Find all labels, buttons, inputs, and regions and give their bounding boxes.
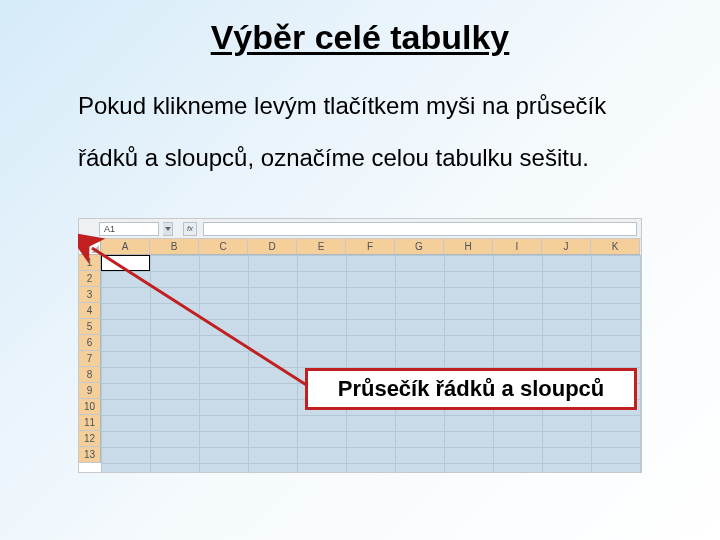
excel-screenshot: A1 fx ABCDEFGHIJK 12345678910111213: [78, 218, 642, 473]
row-header[interactable]: 13: [79, 447, 101, 463]
column-header[interactable]: A: [101, 239, 150, 255]
column-headers: ABCDEFGHIJK: [101, 239, 642, 255]
row-header[interactable]: 1: [79, 255, 101, 271]
formula-input[interactable]: [203, 222, 637, 236]
paragraph-line-2: řádků a sloupců, označíme celou tabulku …: [78, 142, 660, 174]
row-header[interactable]: 11: [79, 415, 101, 431]
name-box-dropdown-icon[interactable]: [163, 222, 173, 236]
column-header[interactable]: E: [297, 239, 346, 255]
column-header[interactable]: B: [150, 239, 199, 255]
cell-grid[interactable]: [101, 255, 642, 473]
row-header[interactable]: 6: [79, 335, 101, 351]
selection-overlay: [101, 255, 642, 473]
row-header[interactable]: 12: [79, 431, 101, 447]
row-headers: 12345678910111213: [79, 255, 101, 463]
callout-label: Průsečík řádků a sloupců: [338, 376, 605, 402]
row-header[interactable]: 9: [79, 383, 101, 399]
formula-bar: A1 fx: [79, 219, 642, 239]
column-header[interactable]: J: [542, 239, 591, 255]
fx-icon[interactable]: fx: [183, 222, 197, 236]
column-header[interactable]: F: [346, 239, 395, 255]
row-header[interactable]: 2: [79, 271, 101, 287]
row-header[interactable]: 3: [79, 287, 101, 303]
row-header[interactable]: 8: [79, 367, 101, 383]
row-header[interactable]: 4: [79, 303, 101, 319]
column-header[interactable]: C: [199, 239, 248, 255]
row-header[interactable]: 10: [79, 399, 101, 415]
callout-box: Průsečík řádků a sloupců: [305, 368, 637, 410]
active-cell[interactable]: [101, 255, 150, 271]
name-box[interactable]: A1: [99, 222, 159, 236]
row-header[interactable]: 7: [79, 351, 101, 367]
sheet-area: ABCDEFGHIJK 12345678910111213: [79, 239, 642, 473]
select-all-corner[interactable]: [79, 239, 101, 255]
column-header[interactable]: G: [395, 239, 444, 255]
paragraph-line-1: Pokud klikneme levým tlačítkem myši na p…: [78, 90, 660, 122]
row-header[interactable]: 5: [79, 319, 101, 335]
column-header[interactable]: K: [591, 239, 640, 255]
column-header[interactable]: H: [444, 239, 493, 255]
column-header[interactable]: D: [248, 239, 297, 255]
page-title: Výběr celé tabulky: [0, 18, 720, 57]
column-header[interactable]: I: [493, 239, 542, 255]
